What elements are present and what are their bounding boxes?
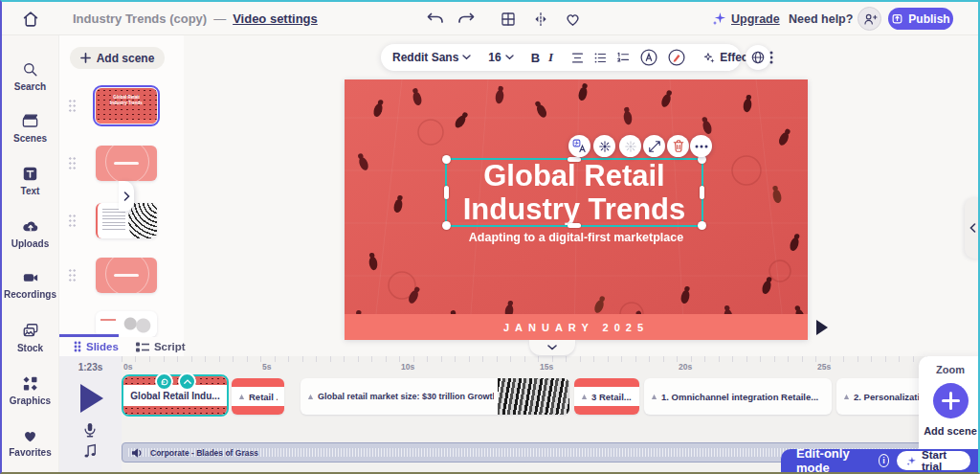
slides-icon	[74, 341, 81, 352]
sidebar-item-uploads[interactable]: Uploads	[2, 211, 58, 255]
grid-icon	[500, 11, 517, 28]
timeline-collapse-tab[interactable]	[529, 340, 575, 355]
snowflake-icon	[624, 140, 637, 153]
sidebar-item-search[interactable]: Search	[2, 54, 58, 98]
timeline-block-4[interactable]: 3 Retail...	[574, 378, 639, 415]
undo-button[interactable]	[423, 9, 448, 30]
italic-button[interactable]: I	[548, 50, 553, 65]
sidebar-item-text[interactable]: Text	[2, 158, 58, 202]
zoom-label: Zoom	[919, 364, 980, 375]
sparkle-icon	[906, 455, 917, 467]
start-trial-button[interactable]: Start trial	[897, 451, 970, 470]
translate-button[interactable]	[568, 135, 590, 157]
block-collapse-badge[interactable]	[178, 372, 196, 391]
timeline-block-3[interactable]: Global retail market size: $30 trillion …	[301, 378, 569, 415]
graphics-icon	[21, 374, 39, 393]
tab-slides[interactable]: Slides	[74, 341, 119, 352]
scene-thumbnail-2[interactable]	[96, 146, 157, 181]
music-button[interactable]	[81, 442, 99, 463]
sidebar-item-scenes[interactable]: Scenes	[2, 105, 58, 149]
resize-handle-sw[interactable]	[442, 221, 451, 230]
resize-handle-w[interactable]	[444, 186, 449, 199]
font-family-dropdown[interactable]: Reddit Sans	[392, 51, 471, 64]
effect-star-icon	[703, 52, 716, 64]
chevron-down-icon	[547, 345, 557, 350]
bullet-list-button[interactable]	[593, 52, 608, 64]
block-translate-badge[interactable]	[155, 372, 173, 391]
layout-grid-button[interactable]	[496, 9, 521, 30]
numbered-list-button[interactable]	[616, 52, 631, 64]
video-settings-link[interactable]: Video settings	[233, 11, 318, 26]
language-button[interactable]	[746, 45, 770, 70]
favorite-button[interactable]	[560, 9, 585, 30]
play-scene-button[interactable]	[816, 320, 828, 335]
resize-handle-nw[interactable]	[442, 155, 451, 164]
add-scene-label[interactable]: Add scene	[919, 425, 980, 437]
block-marker-icon	[581, 393, 588, 400]
right-panel-expander[interactable]	[965, 197, 980, 259]
sidebar-item-recordings[interactable]: Recordings	[2, 262, 58, 306]
font-size-dropdown[interactable]: 16	[488, 51, 513, 64]
bold-button[interactable]: B	[531, 51, 540, 65]
resize-handle-s[interactable]	[568, 223, 581, 228]
scene-drag-handle[interactable]	[68, 99, 77, 112]
upgrade-link[interactable]: Upgrade	[712, 2, 780, 35]
timeline-block-5[interactable]: 1. Omnichannel integration Retaile...	[644, 378, 832, 415]
sidebar-item-graphics[interactable]: Graphics	[2, 368, 58, 412]
redo-icon	[457, 12, 476, 27]
undo-icon	[426, 12, 445, 27]
sidebar-item-favorites[interactable]: Favorites	[2, 420, 58, 464]
chevron-down-icon	[505, 55, 514, 60]
effect-button[interactable]: Effect	[703, 51, 751, 64]
more-options-button[interactable]	[690, 135, 712, 157]
home-button[interactable]	[17, 8, 44, 31]
bullet-list-icon	[593, 52, 608, 64]
sidebar-item-stock[interactable]: Stock	[2, 315, 58, 359]
animate-button[interactable]	[593, 135, 615, 157]
voiceover-button[interactable]	[81, 421, 99, 442]
canvas-subtitle-text[interactable]: Adapting to a digital-first marketplace	[345, 231, 808, 244]
align-button[interactable]	[570, 52, 585, 64]
timeline-block-2[interactable]: Retail ...	[232, 378, 284, 415]
font-color-button[interactable]	[639, 48, 658, 67]
add-scene-button[interactable]: Add scene	[70, 47, 165, 69]
resize-handle-n[interactable]	[568, 157, 581, 162]
scene-thumbnail-1[interactable]: Global Retail Industry Trends	[96, 88, 157, 124]
timeline-block-1-selected[interactable]: Global Retail Indu...	[122, 374, 229, 417]
highlight-button[interactable]	[667, 48, 686, 67]
redo-button[interactable]	[454, 9, 479, 30]
chevron-left-icon	[969, 223, 976, 233]
resize-handle-se[interactable]	[698, 221, 706, 230]
timeline-play-button[interactable]	[80, 384, 103, 413]
need-help-link[interactable]: Need help?	[789, 2, 853, 35]
scene-drag-handle[interactable]	[68, 156, 77, 169]
tab-script[interactable]: Script	[136, 341, 186, 352]
scene-drag-handle[interactable]	[68, 268, 77, 282]
scenes-panel-expander[interactable]	[119, 181, 134, 212]
ruler-label: 5s	[262, 362, 271, 372]
font-color-icon	[639, 48, 658, 67]
resize-handle-e[interactable]	[700, 186, 704, 199]
text-selection-box[interactable]	[445, 158, 703, 227]
text-toolbar: Reddit Sans 16 B I Effect	[381, 44, 741, 71]
publish-button[interactable]: Publish	[888, 8, 953, 30]
info-icon[interactable]: i	[879, 454, 890, 467]
document-title: Industry Trends (copy)	[73, 11, 207, 26]
add-scene-plus-button[interactable]	[933, 383, 969, 418]
heart-icon	[564, 11, 582, 28]
effects-button[interactable]	[619, 135, 641, 157]
resize-button[interactable]	[643, 135, 665, 157]
scene-drag-handle[interactable]	[68, 214, 77, 227]
scene-thumbnail-4[interactable]	[96, 258, 157, 293]
timeline-ruler[interactable]: 0s 5s 10s 15s 20s 25s	[122, 356, 978, 375]
delete-button[interactable]	[667, 135, 689, 157]
scene-thumbnail-5[interactable]	[96, 311, 157, 337]
invite-member-button[interactable]	[858, 7, 881, 31]
uploads-icon	[21, 217, 40, 236]
chevron-down-icon	[462, 55, 471, 60]
thumb-title-line2: Industry Trends	[96, 101, 157, 106]
total-duration-label: 1:23s	[59, 362, 122, 372]
panel-tabs: Slides Script	[59, 337, 184, 356]
split-view-button[interactable]	[528, 9, 553, 30]
block-image-chip	[498, 378, 569, 415]
